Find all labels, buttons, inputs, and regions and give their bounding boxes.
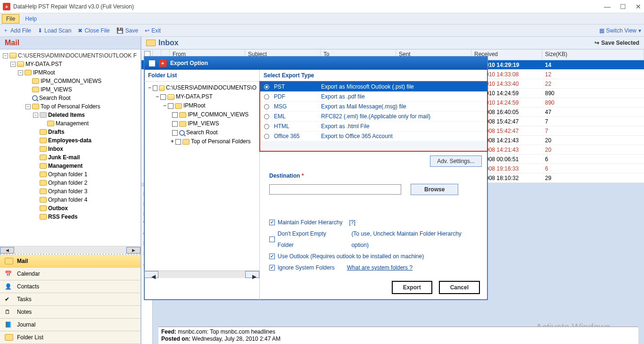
- export-type-msg[interactable]: MSGExport as Mail Message(.msg) file: [260, 102, 487, 112]
- menubar: File Help: [0, 13, 644, 25]
- nav-mail[interactable]: Mail: [0, 255, 140, 268]
- window-title: DataHelp PST Repair Wizard v3.0 (Full Ve…: [13, 3, 134, 10]
- hscroll[interactable]: ◀▶: [0, 246, 140, 254]
- grid-icon: ▦: [599, 27, 604, 34]
- mail-icon: [5, 258, 13, 264]
- cancel-button[interactable]: Cancel: [439, 281, 480, 294]
- calendar-icon: 📅: [5, 270, 13, 277]
- dialog-left-hscroll[interactable]: ◀▶: [144, 270, 259, 278]
- rss-icon: [40, 214, 47, 220]
- nav-notes[interactable]: 🗒Notes: [0, 306, 140, 319]
- close-file-icon: ✖: [78, 27, 83, 34]
- inbox-title: Inbox: [158, 39, 179, 47]
- journal-icon: 📘: [5, 321, 13, 328]
- minimize-button[interactable]: —: [604, 3, 611, 10]
- toolbar: ＋Add File ⬇Load Scan ✖Close File 💾Save ↩…: [0, 25, 644, 37]
- folder-icon: [40, 180, 47, 186]
- left-pane: Mail −C:\USERS\ADMIN\DOCUMENTS\OUTLOOK F…: [0, 37, 141, 344]
- inbox-icon: [40, 146, 47, 152]
- nav-contacts[interactable]: 👤Contacts: [0, 280, 140, 293]
- deleted-icon: [40, 112, 47, 118]
- save-button[interactable]: 💾Save: [116, 27, 138, 34]
- feed-bar: Feed: msnbc.com: Top msnbc.com headlines…: [158, 327, 638, 344]
- app-icon: +: [3, 3, 10, 10]
- pst-icon: [17, 61, 24, 67]
- folder-icon: [175, 103, 182, 109]
- folder-icon: [179, 112, 186, 118]
- dialog-folder-tree[interactable]: −C:\USERS\ADMIN\DOCUMENTS\O −MY-DATA.PST…: [144, 82, 259, 148]
- save-icon: 💾: [116, 27, 124, 34]
- nav-folder-list[interactable]: Folder List: [0, 331, 140, 344]
- tasks-icon: ✔: [5, 296, 13, 303]
- destination-label: Destination: [269, 172, 300, 179]
- save-icon: ↪: [594, 40, 599, 46]
- folder-icon: [40, 197, 47, 203]
- export-type-pst[interactable]: PSTExport as Microsoft Outlook (.pst) fi…: [260, 82, 487, 92]
- opt-maintain-hierarchy[interactable]: Maintain Folder Hierarchy[?]: [269, 217, 478, 228]
- folder-icon: [47, 121, 54, 126]
- export-type-office-365[interactable]: Office 365Export to Office 365 Account: [260, 131, 487, 141]
- add-file-button[interactable]: ＋Add File: [3, 26, 31, 34]
- system-folders-link[interactable]: What are system folders ?: [347, 262, 413, 273]
- switch-view-button[interactable]: ▦Switch View ▾: [599, 27, 641, 34]
- opt-use-outlook[interactable]: Use Outlook (Requires outlook to be inst…: [269, 251, 478, 262]
- search-icon: [32, 95, 38, 101]
- export-type-pdf[interactable]: PDFExport as .pdf file: [260, 92, 487, 102]
- pst-icon: [167, 94, 174, 100]
- inbox-header-icon: [146, 40, 156, 46]
- export-dialog: + Export Option Folder List −C:\USERS\AD…: [144, 56, 488, 300]
- pane-header-mail: Mail: [0, 37, 140, 49]
- folder-icon: [25, 70, 32, 75]
- folder-icon: [182, 139, 190, 145]
- export-button[interactable]: Export: [392, 281, 432, 294]
- folder-icon: [32, 87, 39, 92]
- export-type-eml[interactable]: EMLRFC822 (.eml) file.(Applicable only f…: [260, 112, 487, 122]
- folder-icon: [40, 172, 47, 177]
- folder-icon: [40, 163, 47, 169]
- folder-icon: [179, 121, 186, 127]
- opt-ignore-system[interactable]: Ignore System FoldersWhat are system fol…: [269, 262, 478, 273]
- destination-input[interactable]: [269, 184, 401, 195]
- notes-icon: 🗒: [5, 309, 13, 315]
- dialog-app-icon: +: [159, 59, 166, 67]
- exit-icon: ↩: [145, 27, 149, 34]
- folder-icon: [9, 53, 17, 58]
- folder-icon: [32, 78, 39, 84]
- export-type-html[interactable]: HTMLExport as .html File: [260, 122, 487, 131]
- exit-button[interactable]: ↩Exit: [145, 27, 161, 34]
- contacts-icon: 👤: [5, 283, 13, 290]
- menu-help[interactable]: Help: [21, 15, 41, 23]
- folder-icon: [159, 85, 165, 91]
- folder-icon: [32, 104, 39, 109]
- adv-settings-button[interactable]: Adv. Settings...: [430, 156, 482, 167]
- dialog-title: Export Option: [170, 60, 208, 66]
- browse-button[interactable]: Browse: [411, 184, 458, 195]
- maximize-button[interactable]: ☐: [620, 3, 626, 10]
- folderlist-icon: [5, 334, 13, 341]
- close-file-button[interactable]: ✖Close File: [78, 27, 109, 34]
- opt-dont-export-empty[interactable]: Don't Export Empty Folder (To use, Unche…: [269, 228, 478, 251]
- export-type-list: PSTExport as Microsoft Outlook (.pst) fi…: [259, 81, 488, 152]
- dialog-titlebar[interactable]: + Export Option: [144, 57, 487, 70]
- download-icon: ⬇: [38, 27, 42, 34]
- save-selected-button[interactable]: ↪Save Selected: [594, 40, 639, 46]
- titlebar: + DataHelp PST Repair Wizard v3.0 (Full …: [0, 0, 644, 13]
- select-export-header: Select Export Type: [260, 70, 487, 82]
- folder-list-header: Folder List: [144, 70, 259, 82]
- nav-journal[interactable]: 📘Journal: [0, 319, 140, 331]
- search-icon: [179, 130, 185, 136]
- load-scan-button[interactable]: ⬇Load Scan: [38, 27, 71, 34]
- nav-calendar[interactable]: 📅Calendar: [0, 268, 140, 280]
- drafts-icon: [40, 129, 47, 135]
- plus-icon: ＋: [3, 26, 8, 34]
- outbox-icon: [40, 205, 47, 211]
- nav-tasks[interactable]: ✔Tasks: [0, 293, 140, 306]
- folder-tree[interactable]: −C:\USERS\ADMIN\DOCUMENTS\OUTLOOK F −MY-…: [0, 49, 140, 246]
- folder-icon: [40, 188, 47, 194]
- folder-icon: [40, 138, 47, 143]
- junk-icon: [40, 155, 47, 160]
- close-window-button[interactable]: ✕: [636, 3, 641, 10]
- dialog-checkbox[interactable]: [149, 60, 155, 66]
- menu-file[interactable]: File: [2, 14, 19, 24]
